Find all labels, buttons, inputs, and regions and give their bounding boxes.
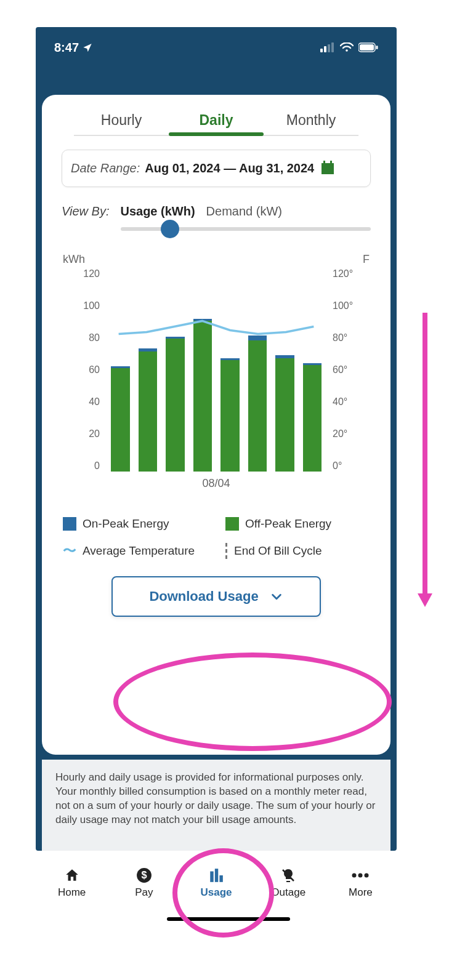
view-by-label: View By: bbox=[62, 204, 109, 219]
battery-icon bbox=[358, 42, 378, 52]
svg-rect-7 bbox=[376, 46, 378, 49]
wave-icon: 〜 bbox=[63, 542, 76, 560]
home-indicator[interactable] bbox=[167, 917, 290, 921]
view-by-row: View By: Usage (kWh) Demand (kW) bbox=[62, 204, 371, 219]
nav-pay[interactable]: $ Pay bbox=[108, 853, 180, 912]
svg-rect-1 bbox=[324, 46, 326, 52]
y-axis-right-ticks: 120°100°80°60°40°20°0° bbox=[329, 268, 372, 472]
usage-chart[interactable]: 120100806040200 120°100°80°60°40°20°0° 0… bbox=[60, 268, 372, 490]
svg-text:$: $ bbox=[141, 869, 147, 880]
disclaimer-text: Hourly and daily usage is provided for i… bbox=[55, 771, 377, 827]
nav-more[interactable]: More bbox=[325, 853, 397, 912]
svg-rect-11 bbox=[215, 869, 218, 882]
chevron-down-icon bbox=[270, 590, 283, 603]
nav-outage[interactable]: Outage bbox=[253, 853, 325, 912]
status-time: 8:47 bbox=[54, 41, 79, 55]
location-icon bbox=[83, 42, 92, 52]
x-axis-label: 08/04 bbox=[105, 477, 328, 490]
annotation-arrow-stem bbox=[423, 313, 427, 596]
usage-card: Hourly Daily Monthly Date Range: Aug 01,… bbox=[42, 95, 390, 755]
legend-avg-temp: 〜Average Temperature bbox=[63, 542, 207, 560]
download-usage-button[interactable]: Download Usage bbox=[111, 576, 321, 617]
cellular-icon bbox=[320, 42, 335, 52]
svg-rect-2 bbox=[328, 44, 330, 52]
legend-on-peak: On-Peak Energy bbox=[63, 517, 207, 531]
svg-rect-10 bbox=[210, 872, 213, 882]
y-axis-left-ticks: 120100806040200 bbox=[60, 268, 103, 472]
download-usage-label: Download Usage bbox=[149, 588, 258, 604]
svg-rect-0 bbox=[320, 49, 323, 52]
date-range-value: Aug 01, 2024 — Aug 31, 2024 bbox=[145, 161, 314, 175]
tab-hourly[interactable]: Hourly bbox=[74, 112, 169, 135]
nav-usage[interactable]: Usage bbox=[180, 853, 252, 912]
tab-daily[interactable]: Daily bbox=[169, 112, 264, 135]
view-by-demand-option[interactable]: Demand (kW) bbox=[206, 204, 282, 219]
view-by-slider[interactable] bbox=[121, 222, 371, 236]
lightbulb-off-icon bbox=[281, 867, 296, 884]
square-icon bbox=[63, 517, 76, 531]
svg-point-16 bbox=[365, 874, 369, 878]
view-by-usage-option[interactable]: Usage (kWh) bbox=[120, 204, 195, 219]
y-axis-right-title: F bbox=[363, 253, 370, 266]
calendar-icon bbox=[322, 163, 334, 174]
legend-off-peak: Off-Peak Energy bbox=[225, 517, 370, 531]
tab-monthly[interactable]: Monthly bbox=[264, 112, 358, 135]
svg-point-14 bbox=[352, 874, 357, 878]
temperature-line bbox=[105, 275, 328, 497]
bar-chart-icon bbox=[208, 867, 225, 884]
nav-home[interactable]: Home bbox=[36, 853, 108, 912]
slider-knob[interactable] bbox=[161, 220, 179, 238]
dashed-line-icon bbox=[225, 543, 228, 559]
status-bar: 8:47 bbox=[36, 27, 397, 68]
bottom-nav: Home $ Pay Usage Outage More bbox=[36, 853, 397, 912]
svg-rect-6 bbox=[360, 44, 374, 50]
date-range-picker[interactable]: Date Range: Aug 01, 2024 — Aug 31, 2024 bbox=[62, 150, 371, 187]
period-tabs: Hourly Daily Monthly bbox=[74, 112, 358, 136]
svg-rect-12 bbox=[219, 875, 222, 882]
wifi-icon bbox=[340, 42, 354, 52]
date-range-label: Date Range: bbox=[71, 161, 140, 175]
legend-bill-cycle: End Of Bill Cycle bbox=[225, 542, 370, 560]
annotation-arrow-head bbox=[418, 593, 432, 607]
dollar-icon: $ bbox=[136, 867, 152, 884]
chart-legend: On-Peak Energy Off-Peak Energy 〜Average … bbox=[63, 517, 370, 560]
ellipsis-icon bbox=[351, 867, 370, 884]
home-icon bbox=[64, 867, 80, 884]
svg-rect-3 bbox=[331, 42, 334, 52]
svg-point-4 bbox=[346, 49, 348, 52]
y-axis-left-title: kWh bbox=[63, 253, 85, 266]
disclaimer: Hourly and daily usage is provided for i… bbox=[42, 760, 390, 851]
app-frame: 8:47 Hourly Daily Monthly bbox=[36, 27, 397, 851]
square-icon bbox=[225, 517, 239, 531]
svg-point-15 bbox=[358, 874, 363, 878]
